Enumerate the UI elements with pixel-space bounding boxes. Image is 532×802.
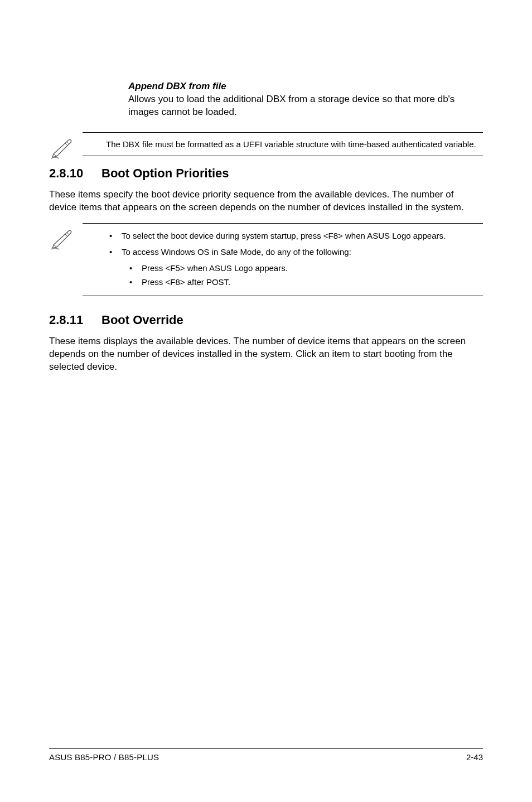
bullet-safe-mode: To access Windows OS in Safe Mode, do an… — [106, 245, 483, 258]
section-2-8-11-body: These items displays the available devic… — [49, 335, 483, 374]
append-dbx-block: Append DBX from file Allows you to load … — [49, 80, 483, 119]
note-boot-select: To select the boot device during system … — [83, 223, 483, 296]
page-footer: ASUS B85-PRO / B85-PLUS 2-43 — [49, 748, 483, 762]
bullet-f8-post: Press <F8> after POST. — [106, 276, 483, 288]
footer-page-number: 2-43 — [466, 752, 483, 762]
section-2-8-11-heading: 2.8.11 Boot Override — [49, 313, 483, 327]
note-dbx-format: The DBX file must be formatted as a UEFI… — [83, 132, 483, 156]
footer-product: ASUS B85-PRO / B85-PLUS — [49, 752, 159, 762]
bullet-f8-select: To select the boot device during system … — [106, 229, 483, 242]
section-title: Boot Option Priorities — [101, 166, 229, 181]
note-bullets: To select the boot device during system … — [83, 229, 483, 289]
append-dbx-heading: Append DBX from file — [128, 80, 483, 93]
bullet-f5: Press <F5> when ASUS Logo appears. — [106, 262, 483, 274]
note-dbx-text: The DBX file must be formatted as a UEFI… — [83, 138, 483, 150]
section-2-8-10-heading: 2.8.10 Boot Option Priorities — [49, 166, 483, 181]
append-dbx-body: Allows you to load the additional DBX fr… — [128, 93, 483, 119]
section-title: Boot Override — [101, 313, 183, 327]
section-number: 2.8.10 — [49, 166, 101, 181]
page-content: Append DBX from file Allows you to load … — [0, 0, 532, 374]
section-2-8-10-body: These items specify the boot device prio… — [49, 189, 483, 214]
pencil-note-icon — [50, 228, 78, 250]
pencil-note-icon — [50, 137, 78, 160]
section-number: 2.8.11 — [49, 313, 101, 327]
